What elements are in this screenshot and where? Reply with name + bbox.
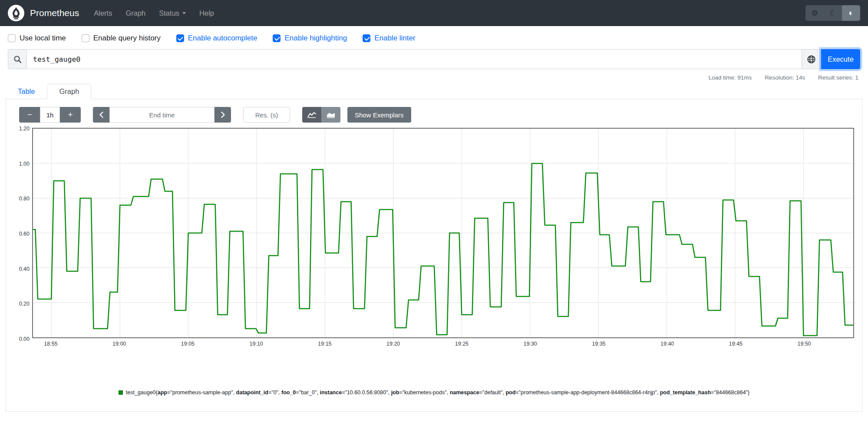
series-line [33,163,853,336]
show-exemplars-button[interactable]: Show Exemplars [347,107,411,123]
stacked-chart-toggle-button[interactable] [321,107,340,123]
nav-links: Alerts Graph Status Help [94,9,228,17]
checkbox-enable-autocomplete[interactable]: Enable autocomplete [176,34,257,43]
y-axis-labels: 0.000.200.400.600.801.001.20 [14,128,32,349]
dropdown-caret-icon [182,12,186,14]
y-tick-label: 0.20 [19,301,30,307]
end-time-input[interactable] [109,107,215,123]
chart-type-toggle-group [302,107,340,123]
globe-icon [807,55,816,64]
checkbox-use-local-time[interactable]: Use local time [8,34,66,43]
tab-table[interactable]: Table [6,84,47,99]
graph-plot[interactable] [32,128,854,338]
x-tick-label: 19:30 [524,341,537,347]
query-row: Execute [8,49,860,69]
x-tick-label: 19:15 [318,341,331,347]
query-stats: Load time: 91ms Resolution: 14s Result s… [0,74,858,81]
line-chart-icon [307,111,317,118]
graph-panel: − + [6,99,862,412]
range-increase-button[interactable]: + [60,107,81,123]
checkbox-icon[interactable] [176,34,184,42]
nav-item-alerts[interactable]: Alerts [94,9,112,17]
y-tick-label: 0.60 [19,231,30,237]
x-tick-label: 19:20 [386,341,400,347]
half-circle-icon: ◐ [848,8,853,18]
gear-icon: ⚙ [811,9,818,18]
brand-title: Prometheus [30,8,79,18]
end-time-control-group [93,107,231,123]
range-decrease-button[interactable]: − [19,107,40,123]
resolution-stat: Resolution: 14s [765,74,805,81]
line-chart-toggle-button[interactable] [302,107,321,123]
checkbox-icon[interactable] [8,34,16,42]
end-time-forward-button[interactable] [215,107,231,123]
load-time-stat: Load time: 91ms [709,74,752,81]
x-tick-label: 19:50 [798,341,811,347]
y-tick-label: 1.20 [19,126,30,132]
checkbox-icon[interactable] [363,34,370,42]
checkbox-enable-linter[interactable]: Enable linter [363,34,416,43]
search-addon [8,49,27,69]
end-time-back-button[interactable] [93,107,109,123]
metrics-explorer-button[interactable] [802,49,821,69]
x-tick-label: 19:00 [112,341,126,347]
brand-link[interactable]: Prometheus [8,5,79,21]
prometheus-logo-icon [8,5,24,21]
checkbox-enable-highlighting[interactable]: Enable highlighting [273,34,347,43]
theme-auto-button[interactable]: ◐ [842,5,860,21]
nav-item-graph[interactable]: Graph [125,9,145,17]
x-tick-label: 19:25 [455,341,469,347]
series-color-swatch [119,390,123,395]
tab-graph[interactable]: Graph [47,84,91,99]
graph-legend: test_gauge0{app="prometheus-sample-app",… [13,389,855,396]
options-row: Use local time Enable query history Enab… [0,26,868,49]
theme-toggle-group: ⚙ ☾ ◐ [805,5,860,21]
y-tick-label: 0.40 [19,266,30,272]
range-control-group: − + [19,107,81,123]
legend-item[interactable]: test_gauge0{app="prometheus-sample-app",… [119,389,749,396]
resolution-input[interactable] [243,107,290,123]
stacked-chart-icon [326,111,336,118]
x-tick-label: 18:55 [44,341,57,347]
x-tick-label: 19:05 [181,341,195,347]
theme-dark-button[interactable]: ☾ [824,5,842,21]
execute-button[interactable]: Execute [821,49,860,69]
checkbox-enable-query-history[interactable]: Enable query history [82,34,161,43]
chart: 0.000.200.400.600.801.001.20 18:5519:001… [14,128,854,349]
graph-controls: − + [19,107,855,123]
x-tick-label: 19:40 [660,341,674,347]
plot-outer: 18:5519:0019:0519:1019:1519:2019:2519:30… [32,128,854,349]
theme-light-button[interactable]: ⚙ [805,5,824,21]
chevron-right-icon [221,111,225,118]
search-icon [13,55,22,63]
panel-tabs: Table Graph [6,84,862,99]
series-label-text: test_gauge0{app="prometheus-sample-app",… [126,389,749,396]
nav-item-help[interactable]: Help [199,9,214,17]
y-tick-label: 0.80 [19,196,30,202]
moon-icon: ☾ [829,9,836,18]
x-tick-label: 19:35 [592,341,605,347]
navbar: Prometheus Alerts Graph Status Help ⚙ ☾ … [0,0,868,26]
query-expression-input[interactable] [27,49,802,69]
checkbox-icon[interactable] [273,34,281,42]
y-tick-label: 1.00 [19,161,30,167]
x-tick-label: 19:10 [250,341,263,347]
range-input[interactable] [40,107,60,123]
nav-item-status[interactable]: Status [159,9,186,17]
x-tick-label: 19:45 [729,341,743,347]
checkbox-icon[interactable] [82,34,89,42]
result-series-stat: Result series: 1 [818,74,858,81]
y-tick-label: 0.00 [19,336,30,342]
x-axis-labels: 18:5519:0019:0519:1019:1519:2019:2519:30… [32,338,854,349]
chevron-left-icon [99,111,104,118]
